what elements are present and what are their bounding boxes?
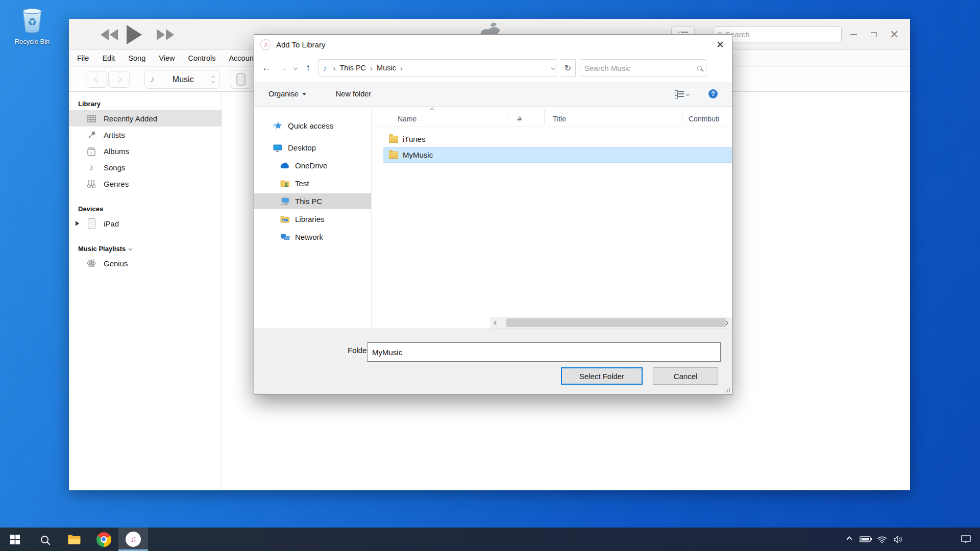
file-list: Name # Title Contributi iTunes	[372, 107, 732, 329]
cancel-button[interactable]: Cancel	[653, 367, 718, 385]
folder-name-input[interactable]	[367, 342, 721, 362]
fast-forward-button[interactable]	[157, 29, 174, 40]
breadcrumb-chevron-icon: ›	[366, 64, 377, 72]
system-tray	[841, 528, 980, 551]
scroll-left-arrow[interactable]	[490, 317, 502, 329]
taskbar-file-explorer[interactable]	[59, 528, 89, 551]
sort-ascending-icon	[430, 108, 435, 113]
back-button[interactable]	[86, 71, 107, 88]
action-center-icon	[961, 535, 971, 544]
organise-button[interactable]: Organise	[268, 90, 306, 98]
minimize-button[interactable]	[846, 19, 861, 50]
dialog-search-input[interactable]	[584, 64, 694, 72]
nav-item-onedrive[interactable]: OneDrive	[254, 158, 371, 173]
library-header: Library	[78, 100, 222, 108]
change-view-button[interactable]	[675, 89, 689, 98]
column-contributing-artists[interactable]: Contributi	[682, 107, 732, 127]
network-icon	[280, 233, 290, 241]
file-explorer-icon	[67, 534, 81, 545]
file-list-header: Name # Title Contributi	[372, 107, 732, 127]
sidebar-item-genres[interactable]: Genres	[69, 176, 222, 192]
column-name[interactable]: Name	[372, 107, 507, 127]
tray-battery[interactable]	[857, 528, 874, 551]
file-row-mymusic[interactable]: MyMusic	[383, 147, 732, 163]
forward-button[interactable]	[108, 71, 130, 88]
forward-arrow-icon[interactable]: →	[277, 62, 289, 73]
music-note-icon: ♪	[323, 64, 327, 72]
menu-file[interactable]: File	[77, 54, 89, 62]
breadcrumb-this-pc[interactable]: This PC	[340, 64, 366, 72]
nav-item-test[interactable]: Test	[254, 176, 371, 191]
address-bar[interactable]: ♪ › This PC › Music ›	[318, 59, 556, 77]
breadcrumb-music[interactable]: Music	[377, 64, 396, 72]
sidebar-item-label: Albums	[104, 147, 129, 156]
nav-item-label: Test	[295, 179, 309, 188]
column-title[interactable]: Title	[545, 107, 682, 127]
dropdown-caret-icon	[302, 93, 306, 95]
new-folder-button[interactable]: New folder	[336, 90, 371, 98]
nav-item-quick-access[interactable]: Quick access	[254, 118, 371, 134]
devices-header: Devices	[78, 205, 222, 213]
computer-icon	[280, 197, 290, 206]
sidebar-item-recently-added[interactable]: Recently Added	[69, 110, 222, 127]
taskbar-search-button[interactable]	[30, 528, 59, 551]
nav-item-libraries[interactable]: Libraries	[254, 211, 371, 227]
tray-chevron-up[interactable]	[841, 528, 857, 551]
nav-item-this-pc[interactable]: This PC	[254, 193, 371, 209]
help-button[interactable]: ?	[708, 89, 718, 98]
folder-icon	[389, 136, 398, 143]
sidebar-item-label: Genius	[104, 259, 128, 268]
menu-edit[interactable]: Edit	[102, 54, 115, 62]
chevron-down-icon	[129, 247, 132, 251]
sidebar-item-albums[interactable]: ♪ Albums	[69, 143, 222, 159]
horizontal-scrollbar[interactable]	[490, 317, 732, 329]
start-button[interactable]	[0, 528, 30, 551]
sidebar-item-artists[interactable]: Artists	[69, 127, 222, 143]
dialog-titlebar[interactable]: ♫ Add To Library	[254, 35, 732, 54]
rewind-button[interactable]	[101, 29, 118, 40]
play-button[interactable]	[127, 25, 142, 46]
nav-item-network[interactable]: Network	[254, 229, 371, 245]
device-button[interactable]	[230, 70, 252, 89]
recycle-bin[interactable]: ♻ Recycle Bin	[11, 6, 53, 45]
refresh-button[interactable]: ↻	[560, 59, 576, 77]
chevron-up-icon	[846, 536, 852, 542]
sidebar-item-songs[interactable]: ♪ Songs	[69, 159, 222, 176]
menu-account[interactable]: Account	[229, 54, 255, 62]
dialog-search-field[interactable]	[580, 59, 706, 77]
taskbar-chrome[interactable]	[89, 528, 118, 551]
address-dropdown-chevron-icon[interactable]	[551, 66, 555, 70]
sidebar-item-genius[interactable]: Genius	[69, 255, 222, 271]
close-button[interactable]: ✕	[887, 19, 902, 50]
tray-volume[interactable]	[890, 528, 906, 551]
maximize-button[interactable]	[866, 19, 881, 50]
select-folder-button[interactable]: Select Folder	[561, 367, 643, 385]
sidebar-item-ipad[interactable]: iPad	[69, 215, 222, 232]
menu-song[interactable]: Song	[128, 54, 145, 62]
back-arrow-icon[interactable]: ←	[260, 62, 273, 73]
menu-view[interactable]: View	[159, 54, 175, 62]
scroll-right-arrow[interactable]	[720, 317, 732, 329]
dialog-navbar: ← → ↑ ♪ › This PC › Music › ↻	[254, 54, 732, 82]
action-center-button[interactable]	[951, 528, 980, 551]
media-kind-dropdown[interactable]: ♪ Music	[144, 70, 220, 89]
chevron-right-icon	[116, 77, 121, 82]
column-number[interactable]: #	[507, 107, 545, 127]
nav-item-desktop[interactable]: Desktop	[254, 140, 371, 156]
nav-item-label: OneDrive	[295, 161, 327, 170]
scrollbar-thumb[interactable]	[506, 318, 726, 327]
itunes-search-input[interactable]	[725, 30, 837, 39]
expand-arrow-icon[interactable]	[76, 221, 79, 226]
resize-grip[interactable]	[725, 387, 730, 392]
up-arrow-icon[interactable]: ↑	[302, 62, 314, 73]
guitars-icon	[86, 180, 97, 188]
tray-wifi[interactable]	[874, 528, 890, 551]
libraries-icon	[280, 215, 290, 223]
taskbar-itunes[interactable]: ♫	[118, 528, 148, 551]
menu-controls[interactable]: Controls	[188, 54, 215, 62]
sidebar-item-label: Songs	[104, 163, 126, 172]
recent-locations-chevron-icon[interactable]	[293, 66, 298, 70]
file-row-itunes[interactable]: iTunes	[383, 131, 732, 147]
music-playlists-header[interactable]: Music Playlists	[78, 245, 222, 253]
dialog-close-button[interactable]: ✕	[708, 35, 732, 54]
